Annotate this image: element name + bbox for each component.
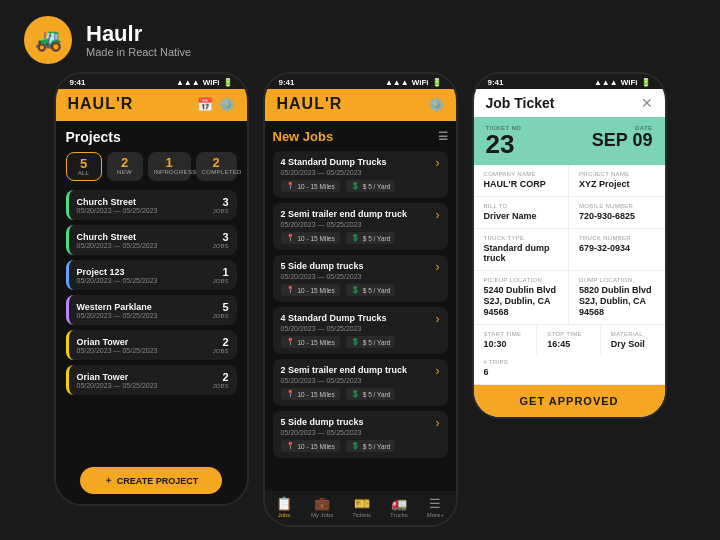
project-item[interactable]: Western Parklane 05/20/2023 — 05/25/2023… bbox=[66, 295, 237, 325]
project-item[interactable]: Church Street 05/20/2023 — 05/25/2023 3 … bbox=[66, 190, 237, 220]
close-icon[interactable]: ✕ bbox=[641, 95, 653, 111]
truck-num-cell: TRUCK NUMBER 679-32-0934 bbox=[569, 229, 665, 272]
nav-item-tickets[interactable]: 🎫 Tickets bbox=[352, 496, 371, 518]
new-jobs-title: New Jobs ☰ bbox=[273, 129, 448, 144]
status-icons-1: ▲▲▲ WiFi 🔋 bbox=[176, 78, 233, 87]
status-bar-1: 9:41 ▲▲▲ WiFi 🔋 bbox=[56, 74, 247, 89]
calendar-icon[interactable]: 📅 bbox=[197, 97, 213, 112]
create-project-label: CREATE PROJECT bbox=[117, 476, 198, 486]
create-project-button[interactable]: ＋ CREATE PROJECT bbox=[80, 467, 222, 494]
status-bar-2: 9:41 ▲▲▲ WiFi 🔋 bbox=[265, 74, 456, 89]
job-item[interactable]: 5 Side dump trucks › 05/20/2023 — 05/25/… bbox=[273, 255, 448, 302]
ticket-date-field: DATE SEP 09 bbox=[592, 125, 653, 149]
job-list: 4 Standard Dump Trucks › 05/20/2023 — 05… bbox=[273, 151, 448, 458]
nav-item-jobs[interactable]: 📋 Jobs bbox=[276, 496, 292, 518]
app-title: Haulr bbox=[86, 22, 191, 46]
proj-tab-all[interactable]: 5ALL bbox=[66, 152, 102, 181]
dump-cell: DUMP LOCATION 5820 Dublin Blvd S2J, Dubl… bbox=[569, 271, 665, 324]
phone-job-ticket: 9:41 ▲▲▲ WiFi 🔋 Job Ticket ✕ TICKET NO 2… bbox=[472, 72, 667, 419]
phone-projects: 9:41 ▲▲▲ WiFi 🔋 HAUL'R 📅 ⚙️ Projects 5AL… bbox=[54, 72, 249, 506]
phone1-footer: ＋ CREATE PROJECT bbox=[56, 461, 247, 504]
phone2-header: HAUL'R ⚙️ bbox=[265, 89, 456, 121]
project-item[interactable]: Project 123 05/20/2023 — 05/25/2023 1 JO… bbox=[66, 260, 237, 290]
approve-button[interactable]: GET APPROVED bbox=[474, 385, 665, 417]
phone2-brand: HAUL'R bbox=[277, 95, 343, 113]
ticket-info-grid: COMPANY NAME HAUL'R CORP PROJECT NAME XY… bbox=[474, 165, 665, 271]
phone1-brand: HAUL'R bbox=[68, 95, 134, 113]
trips-cell: # TRIPS 6 bbox=[474, 355, 665, 385]
phone3-header: Job Ticket ✕ bbox=[474, 89, 665, 117]
ticket-no-field: TICKET NO 23 bbox=[486, 125, 522, 157]
phone1-top-row: HAUL'R 📅 ⚙️ bbox=[68, 95, 235, 113]
phone2-body: New Jobs ☰ 4 Standard Dump Trucks › 05/2… bbox=[265, 121, 456, 491]
nav-item-my-jobs[interactable]: 💼 My Jobs bbox=[311, 496, 333, 518]
company-name-cell: COMPANY NAME HAUL'R CORP bbox=[474, 165, 570, 197]
projects-tabs: 5ALL2NEW1INPROGRESS2COMPLETED bbox=[66, 152, 237, 181]
phone1-icons: 📅 ⚙️ bbox=[197, 97, 235, 112]
plus-icon: ＋ bbox=[104, 474, 113, 487]
app-logo: 🚜 bbox=[24, 16, 72, 64]
job-item[interactable]: 5 Side dump trucks › 05/20/2023 — 05/25/… bbox=[273, 411, 448, 458]
projects-title: Projects bbox=[66, 129, 237, 145]
nav-item-trucks[interactable]: 🚛 Trucks bbox=[390, 496, 408, 518]
app-header: 🚜 Haulr Made in React Native bbox=[0, 0, 720, 72]
ticket-top: TICKET NO 23 DATE SEP 09 bbox=[474, 117, 665, 165]
nav-item-more+[interactable]: ☰ More+ bbox=[427, 496, 444, 518]
job-item[interactable]: 4 Standard Dump Trucks › 05/20/2023 — 05… bbox=[273, 151, 448, 198]
project-list: Church Street 05/20/2023 — 05/25/2023 3 … bbox=[66, 190, 237, 395]
app-title-block: Haulr Made in React Native bbox=[86, 22, 191, 58]
project-item[interactable]: Church Street 05/20/2023 — 05/25/2023 3 … bbox=[66, 225, 237, 255]
proj-tab-completed[interactable]: 2COMPLETED bbox=[196, 152, 237, 181]
ticket-location: PICKUP LOCATION 5240 Dublin Blvd S2J, Du… bbox=[474, 271, 665, 324]
gear-icon[interactable]: ⚙️ bbox=[219, 97, 235, 112]
phone3-body: TICKET NO 23 DATE SEP 09 COMPANY NAME HA… bbox=[474, 117, 665, 417]
phone2-top-row: HAUL'R ⚙️ bbox=[277, 95, 444, 113]
start-time-cell: START TIME 10:30 bbox=[474, 325, 538, 356]
bottom-nav: 📋 Jobs 💼 My Jobs 🎫 Tickets 🚛 Trucks ☰ Mo… bbox=[265, 491, 456, 525]
stop-time-cell: STOP TIME 16:45 bbox=[537, 325, 601, 356]
ticket-title: Job Ticket bbox=[486, 95, 555, 111]
filter-icon[interactable]: ☰ bbox=[438, 130, 448, 143]
phones-row: 9:41 ▲▲▲ WiFi 🔋 HAUL'R 📅 ⚙️ Projects 5AL… bbox=[36, 72, 685, 527]
app-subtitle: Made in React Native bbox=[86, 46, 191, 58]
phone1-header: HAUL'R 📅 ⚙️ bbox=[56, 89, 247, 121]
pickup-cell: PICKUP LOCATION 5240 Dublin Blvd S2J, Du… bbox=[474, 271, 570, 324]
project-item[interactable]: Orian Tower 05/20/2023 — 05/25/2023 2 JO… bbox=[66, 365, 237, 395]
truck-type-cell: TRUCK TYPE Standard dump truck bbox=[474, 229, 570, 272]
job-item[interactable]: 2 Semi trailer end dump truck › 05/20/20… bbox=[273, 359, 448, 406]
phone1-body: Projects 5ALL2NEW1INPROGRESS2COMPLETED C… bbox=[56, 121, 247, 461]
proj-tab-inprogress[interactable]: 1INPROGRESS bbox=[148, 152, 191, 181]
material-cell: MATERIAL Dry Soil bbox=[601, 325, 665, 356]
mobile-cell: MOBILE NUMBER 720-930-6825 bbox=[569, 197, 665, 229]
job-item[interactable]: 2 Semi trailer end dump truck › 05/20/20… bbox=[273, 203, 448, 250]
job-item[interactable]: 4 Standard Dump Trucks › 05/20/2023 — 05… bbox=[273, 307, 448, 354]
status-bar-3: 9:41 ▲▲▲ WiFi 🔋 bbox=[474, 74, 665, 89]
proj-tab-new[interactable]: 2NEW bbox=[107, 152, 143, 181]
bill-to-cell: BILL TO Driver Name bbox=[474, 197, 570, 229]
project-item[interactable]: Orian Tower 05/20/2023 — 05/25/2023 2 JO… bbox=[66, 330, 237, 360]
ticket-bottom: START TIME 10:30 STOP TIME 16:45 MATERIA… bbox=[474, 325, 665, 356]
settings-icon[interactable]: ⚙️ bbox=[428, 97, 444, 112]
phone-new-jobs: 9:41 ▲▲▲ WiFi 🔋 HAUL'R ⚙️ New Jobs ☰ 4 S… bbox=[263, 72, 458, 527]
project-name-cell: PROJECT NAME XYZ Project bbox=[569, 165, 665, 197]
